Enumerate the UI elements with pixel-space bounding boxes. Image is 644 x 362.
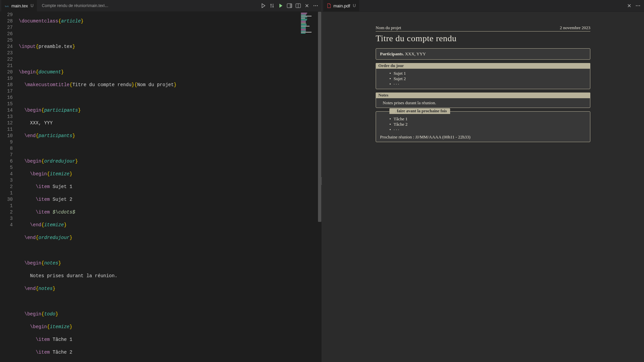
svg-point-8 xyxy=(636,5,637,6)
tab-filename: main.tex xyxy=(11,3,28,8)
svg-point-9 xyxy=(638,5,638,6)
list-item: Tâche 1 xyxy=(389,116,586,122)
more-icon[interactable] xyxy=(313,3,318,8)
participants-value: XXX, YYY xyxy=(405,51,426,56)
close-icon[interactable] xyxy=(627,3,632,8)
breadcrumb[interactable]: Compte rendu de réunion\main.tex\... xyxy=(39,3,257,8)
list-item: · · · xyxy=(389,127,586,132)
agenda-title: Ordre du jour xyxy=(376,63,590,69)
pdf-viewer[interactable]: Nom du projet 2 novembre 2023 Titre du c… xyxy=(322,12,644,362)
split-down-icon[interactable] xyxy=(296,3,301,8)
line-gutter: 2928272625242322212019181716151413121110… xyxy=(0,12,17,362)
editor-scrollbar[interactable] xyxy=(317,12,322,362)
pdf-agenda-box: Ordre du jour Sujet 1Sujet 2· · · xyxy=(376,63,590,89)
svg-point-7 xyxy=(317,5,318,6)
run-outline-icon[interactable] xyxy=(261,3,266,8)
pdf-todo-box: À faire avant la prochaine fois Tâche 1T… xyxy=(376,111,590,142)
editor-actions xyxy=(259,3,320,8)
svg-point-5 xyxy=(314,5,314,6)
editor-pane: TeX main.tex U Compte rendu de réunion\m… xyxy=(0,0,322,362)
notes-text: Notes prises durant la réunion. xyxy=(380,100,586,106)
tab-modified-indicator: U xyxy=(31,3,34,8)
tab-main-pdf[interactable]: main.pdf U xyxy=(323,0,360,11)
list-item: Tâche 2 xyxy=(389,122,586,127)
pdf-header-rule xyxy=(376,31,590,32)
agenda-list: Sujet 1Sujet 2· · · xyxy=(380,71,586,87)
tex-file-icon: TeX xyxy=(5,3,9,8)
code-area[interactable]: \documentclass{article} \input{preamble.… xyxy=(17,12,322,362)
split-right-icon[interactable] xyxy=(287,3,292,8)
svg-point-10 xyxy=(639,5,640,6)
todo-list: Tâche 1Tâche 2· · · xyxy=(380,116,586,132)
list-item: Sujet 1 xyxy=(389,71,586,76)
notes-title: Notes xyxy=(376,93,590,98)
preview-tabbar: main.pdf U xyxy=(322,0,644,12)
compare-icon[interactable] xyxy=(269,3,275,8)
pdf-title: Titre du compte rendu xyxy=(376,34,590,44)
pdf-participants-box: Participants. XXX, YYY xyxy=(376,48,590,60)
svg-text:TeX: TeX xyxy=(5,5,9,8)
svg-point-6 xyxy=(315,5,316,6)
list-item: Sujet 2 xyxy=(389,76,586,81)
more-icon[interactable] xyxy=(635,3,641,8)
preview-actions xyxy=(625,3,643,8)
close-icon[interactable] xyxy=(304,3,310,8)
editor-body: 2928272625242322212019181716151413121110… xyxy=(0,12,322,362)
pdf-file-icon xyxy=(327,3,331,8)
tab-modified-indicator: U xyxy=(353,3,356,8)
scrollbar-thumb[interactable] xyxy=(318,12,321,222)
tab-filename: main.pdf xyxy=(333,3,350,8)
list-item: · · · xyxy=(389,81,586,87)
pdf-page: Nom du projet 2 novembre 2023 Titre du c… xyxy=(376,25,590,142)
pdf-date: 2 novembre 2023 xyxy=(560,25,590,31)
text-editor[interactable]: 2928272625242322212019181716151413121110… xyxy=(0,12,322,362)
pdf-project-name: Nom du projet xyxy=(376,25,401,31)
participants-label: Participants. xyxy=(380,51,404,56)
preview-pane: main.pdf U Nom du projet 2 novembre 2023… xyxy=(322,0,644,362)
editor-tabbar: TeX main.tex U Compte rendu de réunion\m… xyxy=(0,0,322,12)
pdf-notes-box: Notes Notes prises durant la réunion. xyxy=(376,93,590,108)
todo-title: À faire avant la prochaine fois xyxy=(389,108,450,114)
next-meeting: Prochaine réunion : JJ/MM/AAAA (00h11 - … xyxy=(380,134,586,140)
svg-rect-2 xyxy=(290,4,292,8)
run-icon[interactable] xyxy=(278,3,283,8)
tab-main-tex[interactable]: TeX main.tex U xyxy=(1,0,37,11)
